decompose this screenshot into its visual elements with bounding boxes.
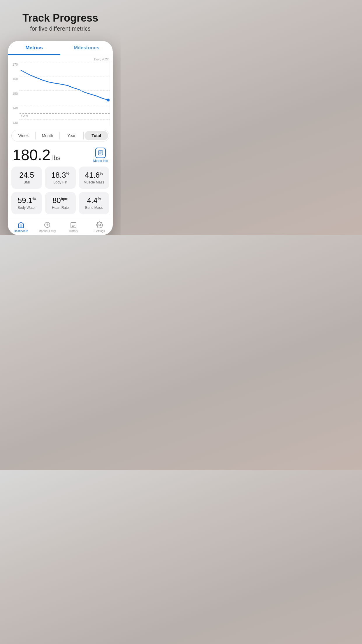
stat-body-water-label: Body Water <box>18 206 36 210</box>
nav-item-dashboard[interactable]: Dashboard <box>8 220 34 234</box>
tab-milestones[interactable]: Milestones <box>60 41 113 55</box>
stat-body-water[interactable]: 59.1% Body Water <box>11 192 42 214</box>
tab-bar: Metrics Milestones <box>8 41 113 55</box>
grid-line-150 <box>20 119 110 120</box>
grid-line-160 <box>20 90 110 91</box>
stats-grid: 24.5 BMI 18.3% Body Fat 41.6% Muscle Mas… <box>8 165 113 218</box>
chart-end-dot <box>107 99 110 102</box>
nav-label-settings: Settings <box>94 230 105 233</box>
settings-icon <box>96 221 103 229</box>
stat-bone-mass-label: Bone Mass <box>85 206 103 210</box>
metric-info-button[interactable]: Metric Info <box>93 148 108 162</box>
metric-info-icon <box>95 148 106 158</box>
page-subtitle: for five different metrics <box>6 25 115 32</box>
grid-line-165 <box>20 76 110 76</box>
stat-body-fat-label: Body Fat <box>53 180 67 184</box>
stat-body-fat[interactable]: 18.3% Body Fat <box>45 167 75 189</box>
stat-muscle-mass-value: 41.6% <box>85 171 103 179</box>
tab-metrics[interactable]: Metrics <box>8 41 60 55</box>
nav-item-settings[interactable]: Settings <box>87 220 113 234</box>
stat-bmi-label: BMI <box>24 180 30 184</box>
goal-label: Goal <box>21 114 29 118</box>
phone-frame: Metrics Milestones Dec, 2022 170 160 150… <box>8 41 113 235</box>
period-year[interactable]: Year <box>60 130 83 141</box>
manual-entry-icon <box>43 221 51 229</box>
page-title: Track Progress <box>6 12 115 24</box>
period-selector: Week Month Year Total <box>11 130 109 141</box>
period-total[interactable]: Total <box>85 131 108 140</box>
stat-heart-rate-value: 80bpm <box>52 197 68 204</box>
stat-bone-mass[interactable]: 4.4% Bone Mass <box>79 192 109 214</box>
grid-line-170 <box>20 63 110 63</box>
stat-bone-mass-value: 4.4% <box>87 197 101 204</box>
nav-item-history[interactable]: History <box>60 220 87 234</box>
metric-unit: lbs <box>52 154 60 162</box>
history-icon <box>70 221 77 229</box>
y-axis: 170 160 150 140 130 <box>11 62 20 126</box>
period-week[interactable]: Week <box>12 130 35 141</box>
bottom-nav: Dashboard Manual Entry <box>8 218 113 235</box>
chart-plot: Goal <box>20 62 110 126</box>
chart-container: Dec, 2022 170 160 150 140 130 <box>8 55 113 126</box>
phone-screen: Metrics Milestones Dec, 2022 170 160 150… <box>8 41 113 235</box>
dashboard-icon <box>17 221 25 229</box>
metric-info-label: Metric Info <box>93 159 108 162</box>
chart-area[interactable]: 170 160 150 140 130 Goal <box>11 62 110 126</box>
tab-active-indicator <box>8 54 60 55</box>
stat-heart-rate[interactable]: 80bpm Heart Rate <box>45 192 75 214</box>
stat-body-water-value: 59.1% <box>18 197 36 204</box>
stat-muscle-mass-label: Muscle Mass <box>84 180 104 184</box>
metric-main: 180.2 lbs Metric Info <box>8 146 113 165</box>
metric-number: 180.2 <box>13 147 50 162</box>
metric-value-row: 180.2 lbs <box>13 147 60 162</box>
nav-item-manual-entry[interactable]: Manual Entry <box>34 220 60 234</box>
svg-point-11 <box>99 224 101 226</box>
stat-heart-rate-label: Heart Rate <box>52 206 69 210</box>
header: Track Progress for five different metric… <box>0 0 121 38</box>
nav-label-manual-entry: Manual Entry <box>39 230 56 233</box>
chart-date-label: Dec, 2022 <box>11 57 110 61</box>
period-month[interactable]: Month <box>36 130 59 141</box>
nav-label-history: History <box>69 230 78 233</box>
nav-label-dashboard: Dashboard <box>14 230 28 233</box>
stat-muscle-mass[interactable]: 41.6% Muscle Mass <box>79 167 109 189</box>
goal-line: Goal <box>20 113 110 118</box>
grid-line-155 <box>20 105 110 105</box>
stat-body-fat-value: 18.3% <box>51 171 69 179</box>
stat-bmi-value: 24.5 <box>19 171 34 179</box>
stat-bmi[interactable]: 24.5 BMI <box>11 167 42 189</box>
period-divider-3 <box>83 132 84 139</box>
